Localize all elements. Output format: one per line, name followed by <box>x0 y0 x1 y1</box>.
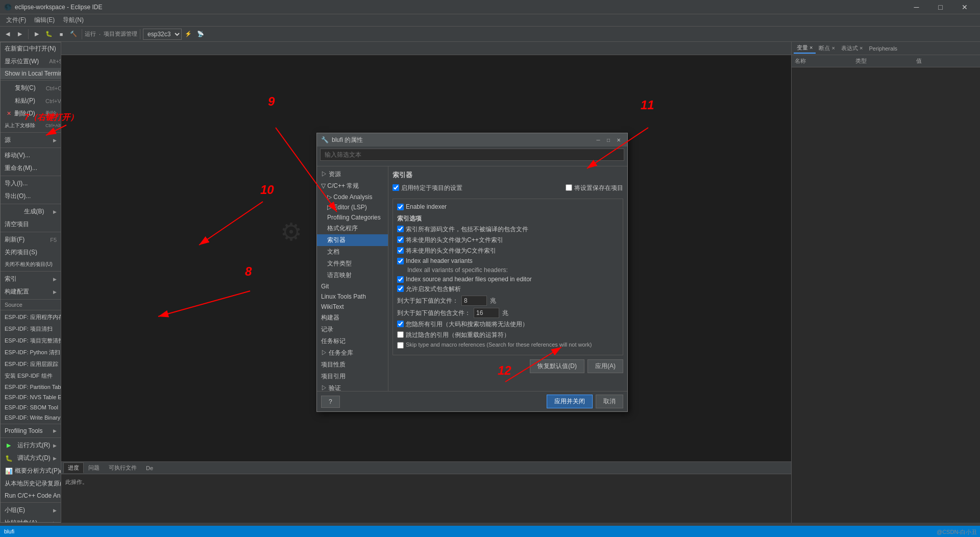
toolbar-run[interactable]: ▶ <box>31 29 42 40</box>
ctx-espidf-memory[interactable]: ESP-IDF: 应用程序内存分析 <box>1 311 61 323</box>
ctx-restore-history[interactable]: 从本地历史记录复原(Y)... <box>1 477 61 490</box>
tree-project-ref[interactable]: 项目引用 <box>317 371 388 382</box>
tab-progress[interactable]: 进度 <box>63 462 84 473</box>
ctx-sbom[interactable]: ESP-IDF: SBOM Tool <box>1 402 61 412</box>
restore-default-button[interactable]: 恢复默认值(D) <box>530 359 584 373</box>
ctx-paste[interactable]: 粘贴(P) Ctrl+V <box>1 94 61 107</box>
tree-wikitext[interactable]: WikiText <box>317 302 388 312</box>
tree-log[interactable]: 记录 <box>317 324 388 335</box>
tree-formatter[interactable]: 格式化程序 <box>317 223 388 234</box>
opt2-checkbox[interactable] <box>397 236 404 243</box>
apply-close-button[interactable]: 应用并关闭 <box>547 395 593 408</box>
ctx-run-as[interactable]: ▶ 运行方式(R) <box>1 439 61 452</box>
save-to-project-checkbox[interactable] <box>566 184 572 191</box>
ctx-profile-as[interactable]: 📊 概要分析方式(P) <box>1 465 61 477</box>
tab-variables[interactable]: 变量 × <box>794 43 816 54</box>
menu-navigate[interactable]: 导航(N) <box>59 14 88 27</box>
opt6-checkbox[interactable] <box>397 285 404 292</box>
toolbar-monitor[interactable]: 📡 <box>195 29 206 40</box>
tree-editor-lsp[interactable]: ▷ Editor (LSP) <box>317 202 388 212</box>
tree-docs[interactable]: 文档 <box>317 246 388 258</box>
toolbar-build[interactable]: 🔨 <box>68 29 79 40</box>
cancel-button[interactable]: 取消 <box>596 395 623 408</box>
tab-problems[interactable]: 问题 <box>84 462 104 473</box>
ctx-espidf-python-clean[interactable]: ESP-IDF: Python 清扫 <box>1 347 61 358</box>
ctx-partition-editor[interactable]: ESP-IDF: Partition Table Editor <box>1 382 61 392</box>
ctx-move[interactable]: 移动(V)... <box>1 149 61 162</box>
dialog-minimize[interactable]: ─ <box>594 135 603 144</box>
ctx-show-location[interactable]: 显示位置(W) Alt+Shift+W ▶ <box>1 55 61 68</box>
tree-builder[interactable]: 构建器 <box>317 312 388 324</box>
tree-cpp-common[interactable]: ▽ C/C++ 常规 <box>317 180 388 192</box>
ctx-build[interactable]: 生成(B) <box>1 205 61 218</box>
tree-resources[interactable]: ▷ 资源 <box>317 168 388 180</box>
toolbar-flash[interactable]: ⚡ <box>183 29 194 40</box>
toolbar-back[interactable]: ◀ <box>2 29 13 40</box>
close-button[interactable]: ✕ <box>953 0 976 14</box>
ctx-open-new-window[interactable]: 在新窗口中打开(N) <box>1 42 61 55</box>
opt9-checkbox[interactable] <box>397 342 404 349</box>
ctx-remove-from-context[interactable]: 从上下文移除 Ctrl+Alt+Shift+↓ <box>1 120 61 131</box>
tree-code-analysis[interactable]: ▷ Code Analysis <box>317 192 388 202</box>
opt8-checkbox[interactable] <box>397 331 404 338</box>
tree-task-repo[interactable]: ▷ 任务全库 <box>317 347 388 359</box>
apply-button[interactable]: 应用(A) <box>587 359 623 373</box>
tab-de[interactable]: De <box>141 463 158 473</box>
tab-executables[interactable]: 可执行文件 <box>104 462 141 473</box>
ctx-debug-as[interactable]: 🐛 调试方式(D) <box>1 452 61 465</box>
ctx-espidf-fullclean[interactable]: ESP-IDF: 项目完整清扫 <box>1 335 61 347</box>
ctx-build-config[interactable]: 构建配置 <box>1 285 61 298</box>
menu-edit[interactable]: 编辑(E) <box>30 14 59 27</box>
ctx-team[interactable]: 小组(E) <box>1 504 61 517</box>
tree-file-types[interactable]: 文件类型 <box>317 258 388 270</box>
menu-file[interactable]: 文件(F) <box>2 14 30 27</box>
tree-validate[interactable]: ▷ 验证 <box>317 382 388 391</box>
ctx-compare-with[interactable]: 比较对象(A) <box>1 517 61 523</box>
opt7-checkbox[interactable] <box>397 321 404 327</box>
ctx-nvs-editor[interactable]: ESP-IDF: NVS Table Editor <box>1 392 61 402</box>
max-file-size-input[interactable] <box>461 296 487 306</box>
opt3-checkbox[interactable] <box>397 247 404 254</box>
tree-indexer[interactable]: 索引器 <box>317 234 388 246</box>
ctx-close-unrelated[interactable]: 关闭不相关的项目(U) <box>1 259 61 270</box>
ctx-rename[interactable]: 重命名(M)... <box>1 162 61 175</box>
ctx-copy[interactable]: 复制(C) Ctrl+C <box>1 82 61 94</box>
ctx-delete[interactable]: ✕ 删除(D) 删除 <box>1 107 61 120</box>
ctx-index[interactable]: 索引 <box>1 273 61 285</box>
use-project-settings-checkbox[interactable] <box>393 184 399 191</box>
tree-linux-tools[interactable]: Linux Tools Path <box>317 291 388 302</box>
dialog-maximize[interactable]: □ <box>604 135 613 144</box>
ctx-espidf-clean[interactable]: ESP-IDF: 项目清扫 <box>1 323 61 335</box>
ctx-install-component[interactable]: 安装 ESP-IDF 组件 <box>1 370 61 382</box>
toolbar-forward[interactable]: ▶ <box>14 29 26 40</box>
toolbar-debug[interactable]: 🐛 <box>43 29 55 40</box>
ctx-write-binary[interactable]: ESP-IDF: Write Binary Data to Flash <box>1 412 61 423</box>
dialog-search-input[interactable] <box>320 149 624 161</box>
opt4-checkbox[interactable] <box>397 258 404 264</box>
ctx-clean[interactable]: 清空项目 <box>1 218 61 231</box>
opt5-checkbox[interactable] <box>397 276 404 283</box>
tab-expressions[interactable]: 表达式 × <box>838 43 866 53</box>
toolbar-stop[interactable]: ■ <box>56 29 67 40</box>
max-include-size-input[interactable] <box>474 308 499 318</box>
opt1-checkbox[interactable] <box>397 226 404 232</box>
maximize-button[interactable]: □ <box>929 0 952 14</box>
ctx-refresh[interactable]: 刷新(F) F5 <box>1 233 61 246</box>
tab-breakpoints[interactable]: 断点 × <box>816 43 838 53</box>
ctx-import[interactable]: 导入(I)... <box>1 177 61 190</box>
minimize-button[interactable]: ─ <box>905 0 928 14</box>
ctx-export[interactable]: 导出(O)... <box>1 190 61 203</box>
tree-project-nature[interactable]: 项目性质 <box>317 359 388 371</box>
ctx-show-local-terminal[interactable]: Show in Local Terminal ▶ <box>1 68 61 79</box>
tab-peripherals[interactable]: Peripherals <box>866 44 900 53</box>
esp-device-dropdown[interactable]: esp32c3 <box>143 29 182 40</box>
dialog-close-button[interactable]: ✕ <box>614 135 623 144</box>
ctx-espidf-app-trace[interactable]: ESP-IDF: 应用层跟踪 <box>1 358 61 370</box>
enable-indexer-checkbox[interactable] <box>397 204 404 210</box>
ctx-source[interactable]: 源 <box>1 134 61 147</box>
ctx-profiling[interactable]: Profiling Tools <box>1 425 61 436</box>
ctx-close-project[interactable]: 关闭项目(S) <box>1 246 61 259</box>
tree-profiling-cat[interactable]: Profiling Categories <box>317 212 388 223</box>
tree-git[interactable]: Git <box>317 281 388 291</box>
ctx-run-code-analysis[interactable]: Run C/C++ Code Analysis <box>1 490 61 501</box>
